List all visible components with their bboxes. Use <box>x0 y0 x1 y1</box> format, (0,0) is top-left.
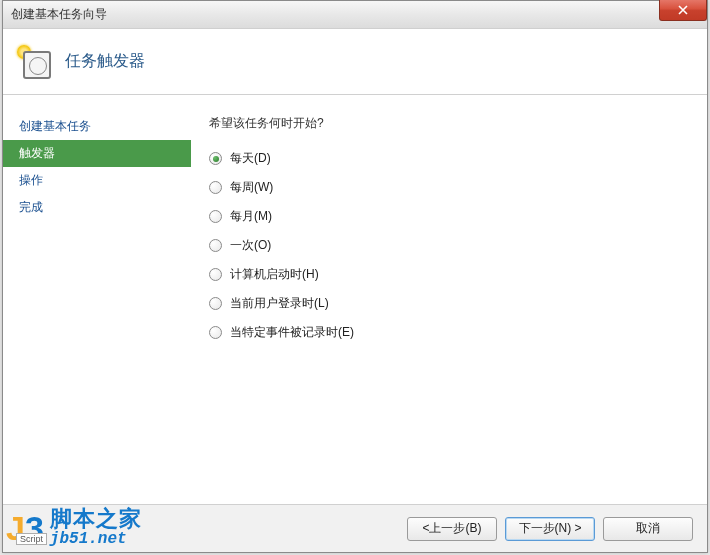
sidebar-item-create-basic-task[interactable]: 创建基本任务 <box>3 113 191 140</box>
wizard-icon <box>17 45 51 79</box>
sidebar-item-action[interactable]: 操作 <box>3 167 191 194</box>
radio-icon <box>209 210 222 223</box>
next-button[interactable]: 下一步(N) > <box>505 517 595 541</box>
radio-option-monthly[interactable]: 每月(M) <box>209 208 697 225</box>
radio-icon <box>209 326 222 339</box>
close-button[interactable] <box>659 0 707 21</box>
sidebar-item-label: 完成 <box>19 200 43 214</box>
sidebar-item-trigger[interactable]: 触发器 <box>3 140 191 167</box>
window-title: 创建基本任务向导 <box>11 6 107 23</box>
radio-option-on-startup[interactable]: 计算机启动时(H) <box>209 266 697 283</box>
sidebar: 创建基本任务 触发器 操作 完成 <box>3 95 191 504</box>
radio-option-weekly[interactable]: 每周(W) <box>209 179 697 196</box>
sidebar-item-label: 操作 <box>19 173 43 187</box>
body: 创建基本任务 触发器 操作 完成 希望该任务何时开始? 每天(D) 每周(W) … <box>3 95 707 504</box>
radio-option-once[interactable]: 一次(O) <box>209 237 697 254</box>
radio-option-on-logon[interactable]: 当前用户登录时(L) <box>209 295 697 312</box>
radio-icon <box>209 239 222 252</box>
sidebar-item-finish[interactable]: 完成 <box>3 194 191 221</box>
radio-icon <box>209 297 222 310</box>
radio-option-daily[interactable]: 每天(D) <box>209 150 697 167</box>
header-title: 任务触发器 <box>65 51 145 72</box>
radio-label: 每周(W) <box>230 179 273 196</box>
titlebar: 创建基本任务向导 <box>3 1 707 29</box>
radio-icon <box>209 152 222 165</box>
radio-label: 当特定事件被记录时(E) <box>230 324 354 341</box>
radio-icon <box>209 181 222 194</box>
footer: <上一步(B) 下一步(N) > 取消 <box>3 504 707 552</box>
sidebar-item-label: 创建基本任务 <box>19 119 91 133</box>
trigger-question: 希望该任务何时开始? <box>209 115 697 132</box>
radio-label: 计算机启动时(H) <box>230 266 319 283</box>
radio-label: 每天(D) <box>230 150 271 167</box>
radio-label: 一次(O) <box>230 237 271 254</box>
sidebar-item-label: 触发器 <box>19 146 55 160</box>
cancel-button[interactable]: 取消 <box>603 517 693 541</box>
close-icon <box>678 5 688 15</box>
content: 希望该任务何时开始? 每天(D) 每周(W) 每月(M) 一次(O) 计算机启动… <box>191 95 707 504</box>
header: 任务触发器 <box>3 29 707 95</box>
radio-icon <box>209 268 222 281</box>
wizard-window: 创建基本任务向导 任务触发器 创建基本任务 触发器 操作 完成 希望该任务何时开… <box>2 0 708 553</box>
back-button[interactable]: <上一步(B) <box>407 517 497 541</box>
radio-label: 当前用户登录时(L) <box>230 295 329 312</box>
radio-label: 每月(M) <box>230 208 272 225</box>
radio-option-on-event[interactable]: 当特定事件被记录时(E) <box>209 324 697 341</box>
